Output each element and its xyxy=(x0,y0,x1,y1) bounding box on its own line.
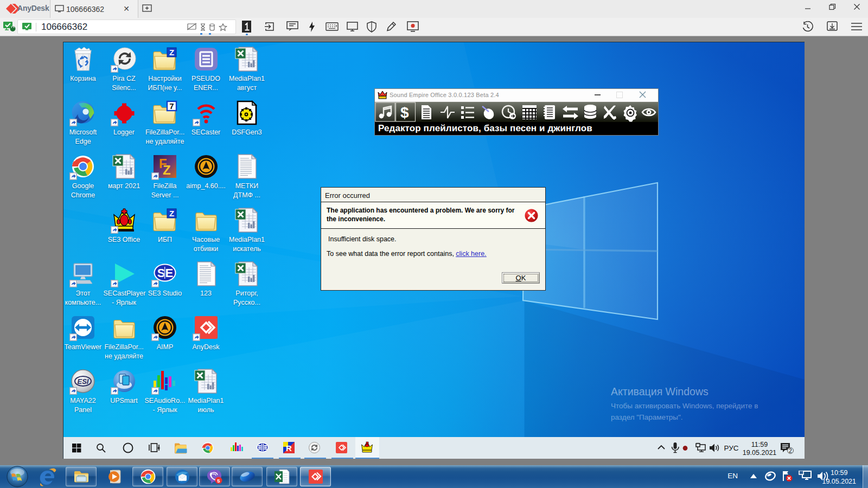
svg-text:РУС: РУС xyxy=(724,444,738,452)
svg-text:5: 5 xyxy=(217,478,220,484)
svg-text:11:59: 11:59 xyxy=(751,441,768,448)
svg-text:$: $ xyxy=(400,104,409,121)
svg-text:Z: Z xyxy=(169,209,174,218)
svg-text:Z: Z xyxy=(163,163,171,177)
svg-text:ESI: ESI xyxy=(78,377,89,386)
svg-text:2: 2 xyxy=(789,447,792,454)
svg-text:R: R xyxy=(286,444,292,453)
svg-text:7: 7 xyxy=(169,101,174,111)
svg-text:Z: Z xyxy=(169,48,174,57)
svg-text:19.05.2021: 19.05.2021 xyxy=(743,449,777,457)
